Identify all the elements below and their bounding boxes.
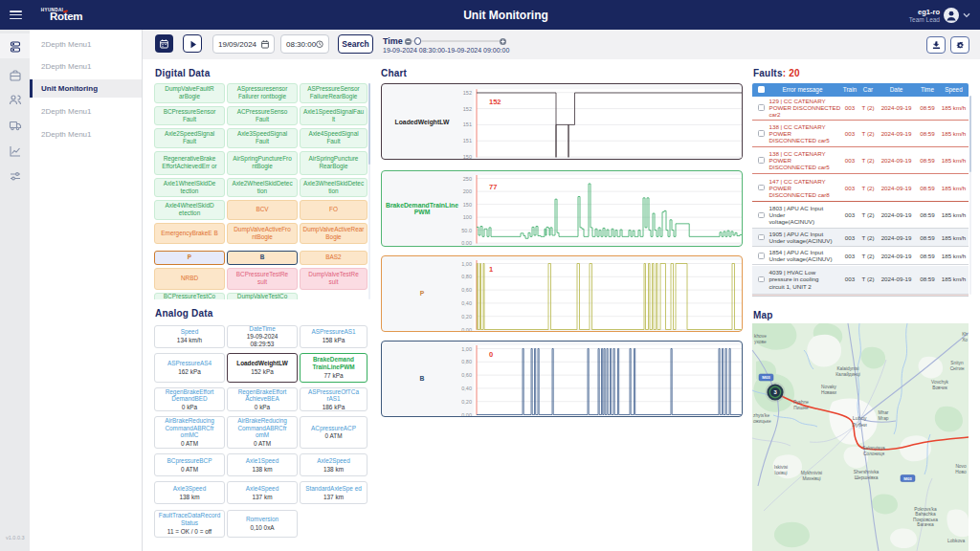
svg-text:Shershnivka: Shershnivka: [854, 470, 880, 474]
svg-text:M03: M03: [762, 375, 770, 380]
svg-text:0,00: 0,00: [461, 326, 472, 331]
svg-text:Novo: Novo: [955, 464, 967, 469]
svg-text:Новаки: Новаки: [821, 390, 836, 395]
svg-text:151: 151: [463, 121, 472, 127]
svg-text:152: 152: [463, 90, 472, 96]
svg-text:0,40: 0,40: [461, 385, 472, 390]
svg-text:Vovchyk: Vovchyk: [931, 380, 948, 385]
svg-text:152: 152: [463, 106, 472, 112]
svg-text:Kalaidyntsi: Kalaidyntsi: [836, 366, 858, 371]
svg-text:Хо: Хо: [962, 338, 968, 342]
svg-text:Mykhnivtsi: Mykhnivtsi: [801, 471, 822, 475]
svg-text:0,60: 0,60: [461, 287, 472, 293]
svg-text:Kh: Kh: [962, 332, 968, 337]
svg-text:khove: khove: [754, 334, 767, 339]
svg-text:Вовчик: Вовчик: [932, 386, 947, 390]
svg-text:50.0: 50.0: [461, 227, 472, 232]
svg-text:0,20: 0,20: [461, 313, 472, 319]
svg-text:200: 200: [463, 188, 472, 194]
svg-text:Lubny: Lubny: [853, 415, 867, 421]
svg-text:Snityn: Snityn: [950, 361, 964, 365]
svg-text:Снітин: Снітин: [950, 366, 965, 371]
svg-text:0,00: 0,00: [461, 411, 472, 416]
svg-text:M03: M03: [903, 476, 912, 481]
svg-text:Pokrovs'ka: Pokrovs'ka: [914, 507, 937, 512]
svg-text:ожицьке: ожицьке: [753, 419, 771, 424]
svg-text:Iskivtsi: Iskivtsi: [774, 465, 788, 470]
svg-text:0,20: 0,20: [461, 398, 472, 404]
svg-text:0,40: 0,40: [461, 299, 472, 305]
svg-text:1,00: 1,00: [461, 260, 472, 266]
svg-text:Ново: Ново: [955, 470, 967, 474]
svg-text:Багачка: Багачка: [917, 522, 934, 527]
svg-text:Ісківці: Ісківці: [774, 471, 787, 475]
svg-text:0,80: 0,80: [461, 274, 472, 279]
svg-text:0,60: 0,60: [461, 372, 472, 378]
svg-text:150: 150: [463, 154, 472, 159]
svg-text:ухове: ухове: [754, 340, 767, 344]
svg-text:Novaky: Novaky: [821, 385, 837, 389]
svg-text:0,80: 0,80: [461, 359, 472, 364]
svg-text:Лубни: Лубни: [852, 422, 866, 428]
svg-text:0.00: 0.00: [461, 240, 472, 246]
svg-text:Selonytsya: Selonytsya: [862, 446, 885, 451]
svg-text:Солониця: Солониця: [863, 452, 885, 456]
svg-text:Pyshne: Pyshne: [793, 400, 809, 405]
svg-text:Мгар: Мгар: [879, 416, 889, 421]
svg-text:Пишне: Пишне: [793, 406, 809, 410]
svg-text:Lobkova: Lobkova: [947, 539, 965, 543]
svg-text:Калайдинці: Калайдинці: [835, 371, 860, 377]
svg-text:Bahachka: Bahachka: [915, 512, 936, 517]
svg-text:100: 100: [463, 214, 472, 220]
svg-text:Покровська: Покровська: [913, 518, 938, 522]
svg-text:Шершнівка: Шершнівка: [855, 475, 879, 480]
svg-text:0: 0: [489, 350, 493, 359]
svg-text:Mhar: Mhar: [879, 410, 889, 415]
svg-text:250: 250: [463, 175, 472, 181]
svg-text:152: 152: [489, 98, 501, 106]
svg-text:Михнівці: Михнівці: [802, 476, 820, 481]
svg-text:151: 151: [463, 138, 472, 143]
svg-text:1: 1: [489, 265, 493, 274]
svg-text:1,00: 1,00: [461, 345, 472, 351]
svg-text:77: 77: [489, 183, 497, 191]
svg-text:zhyts'ke: zhyts'ke: [753, 413, 770, 418]
svg-text:150: 150: [463, 201, 472, 207]
